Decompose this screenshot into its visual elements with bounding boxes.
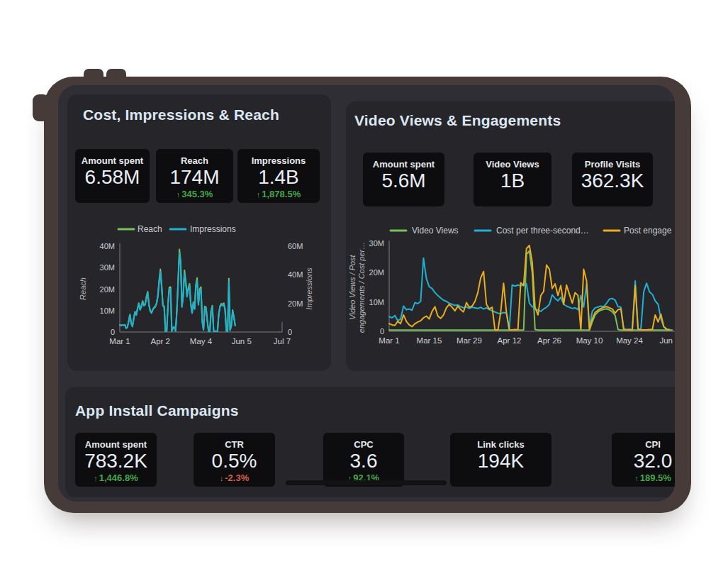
y-tick-label-right: 20M <box>288 299 303 308</box>
x-tick-label: Apr 2 <box>151 337 171 345</box>
y-tick-label: 0 <box>380 327 384 336</box>
legend-label[interactable]: Impressions <box>190 224 236 234</box>
frame-top-tab-left <box>84 69 103 83</box>
x-tick-label: Mar 29 <box>457 336 482 345</box>
frame-top-tab-right <box>106 69 126 83</box>
kpi-label: Amount spent <box>373 159 435 170</box>
panel-title: App Install Campaigns <box>65 387 675 419</box>
kpi-label: CPC <box>354 439 373 450</box>
dashboard-screen: Cost, Impressions & Reach Amount spent6.… <box>58 85 675 502</box>
kpi-label: Profile Visits <box>585 159 641 170</box>
trend-up-icon: ↑ <box>257 190 261 199</box>
reach-impressions-chart[interactable]: ReachImpressions010M20M30M40M020M40M60MM… <box>67 213 331 362</box>
x-tick-label: Mar 15 <box>417 336 442 345</box>
dashboard-frame: Cost, Impressions & Reach Amount spent6.… <box>44 77 691 513</box>
kpi-card: Video Views1B <box>474 153 551 206</box>
kpi-card: Amount spent5.6M <box>363 153 444 206</box>
kpi-label: CTR <box>225 439 244 450</box>
x-tick-label: May 24 <box>616 336 643 345</box>
kpi-card: CPI32.0↑189.5% <box>612 433 675 487</box>
series-line-video-views <box>389 251 673 331</box>
y-tick-label: 20M <box>100 285 115 294</box>
trend-up-icon: ↑ <box>177 190 181 199</box>
kpi-value: 5.6M <box>381 170 425 192</box>
kpi-delta: ↑189.5% <box>634 472 671 484</box>
kpi-card: Amount spent783.2K↑1,446.8% <box>75 433 157 487</box>
kpi-label: Amount spent <box>85 439 147 450</box>
x-tick-label: Jul 7 <box>274 337 291 345</box>
y-tick-label: 10M <box>369 298 384 306</box>
series-line-impressions <box>120 253 235 331</box>
x-tick-label: Jun 5 <box>232 337 252 345</box>
y-tick-label: 10M <box>100 306 115 315</box>
kpi-value: 0.5% <box>212 450 257 472</box>
y-tick-label: 0 <box>111 328 115 336</box>
trend-up-icon: ↑ <box>94 474 98 482</box>
kpi-label: Link clicks <box>477 439 524 450</box>
kpi-label: Amount spent <box>82 155 143 166</box>
legend-label[interactable]: Video Views <box>412 226 459 236</box>
kpi-value: 1B <box>500 170 525 192</box>
kpi-value: 3.6 <box>350 450 378 472</box>
decorative-bar <box>286 480 447 485</box>
kpi-delta: ↑345.3% <box>177 189 213 200</box>
axis-name-label: Reach <box>79 277 87 300</box>
legend-label[interactable]: Cost per three-second… <box>496 226 589 236</box>
trend-down-icon: ↓ <box>220 474 224 482</box>
kpi-card: Amount spent6.58M <box>75 149 150 203</box>
x-tick-label: Jun 7 <box>659 336 675 345</box>
panel-cost-impressions-reach: Cost, Impressions & Reach Amount spent6.… <box>67 94 331 371</box>
legend-label[interactable]: Post engage <box>624 226 672 236</box>
axis-name-label: engagements / Cost per… <box>357 242 366 333</box>
kpi-delta: ↑1,446.8% <box>94 472 138 484</box>
x-tick-label: Apr 12 <box>498 336 522 345</box>
panel-title: Video Views & Engagements <box>346 101 675 129</box>
y-tick-label: 20M <box>369 268 384 277</box>
legend-label[interactable]: Reach <box>138 224 162 234</box>
y-tick-label-right: 0 <box>288 328 292 336</box>
kpi-card: CPC3.6↑92.1% <box>323 433 404 487</box>
kpi-value: 32.0 <box>634 450 673 472</box>
kpi-label: Reach <box>181 155 208 166</box>
y-tick-label-right: 40M <box>288 270 303 279</box>
x-tick-label: Mar 1 <box>379 336 399 345</box>
kpi-delta: ↓-2.3% <box>220 472 249 484</box>
kpi-label: Video Views <box>486 159 539 170</box>
kpi-label: Impressions <box>252 155 306 166</box>
x-tick-label: Apr 26 <box>537 336 561 345</box>
trend-up-icon: ↑ <box>634 474 639 482</box>
kpi-value: 194K <box>478 450 524 472</box>
kpi-value: 362.3K <box>581 170 644 192</box>
kpi-value: 174M <box>169 166 219 189</box>
kpi-label: CPI <box>645 439 661 450</box>
kpi-card: Link clicks194K <box>450 433 551 487</box>
y-tick-label: 30M <box>100 263 115 272</box>
series-line-cost-per-three-second <box>389 258 670 330</box>
axis-name-label: Video Views / Post <box>348 254 357 319</box>
kpi-card: Profile Visits362.3K <box>572 153 653 206</box>
page-background: Cost, Impressions & Reach Amount spent6.… <box>0 0 728 586</box>
y-tick-label-right: 60M <box>288 242 303 250</box>
panel-title: Cost, Impressions & Reach <box>67 94 331 123</box>
x-tick-label: May 10 <box>576 336 603 345</box>
kpi-value: 6.58M <box>85 166 140 189</box>
x-tick-label: May 4 <box>190 337 213 345</box>
axis-name-label: Impressions <box>305 267 313 310</box>
x-tick-label: Mar 1 <box>109 337 130 345</box>
y-tick-label: 30M <box>369 239 384 248</box>
frame-side-button <box>33 94 50 121</box>
kpi-value: 783.2K <box>84 450 147 472</box>
kpi-card: CTR0.5%↓-2.3% <box>194 433 275 487</box>
y-tick-label: 40M <box>100 242 115 250</box>
kpi-card: Reach174M↑345.3% <box>156 149 233 203</box>
panel-video-views-engagements: Video Views & Engagements Amount spent5.… <box>346 101 675 371</box>
video-views-engagements-chart[interactable]: Video ViewsCost per three-second…Post en… <box>346 213 675 362</box>
kpi-delta: ↑1,878.5% <box>257 189 301 200</box>
kpi-card: Impressions1.4B↑1,878.5% <box>237 149 320 203</box>
kpi-value: 1.4B <box>258 166 299 189</box>
